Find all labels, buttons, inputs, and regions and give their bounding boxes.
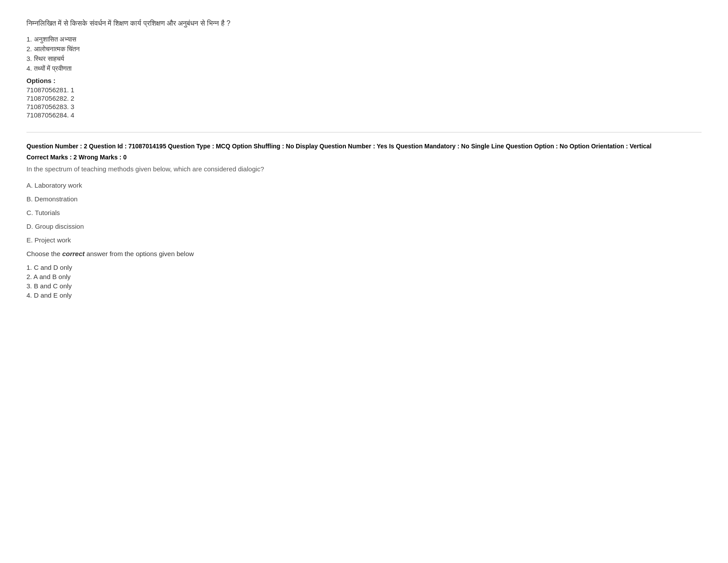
q2-choices: A. Laboratory work B. Demonstration C. T… [26, 181, 702, 244]
q2-choose-prefix: Choose the [26, 250, 62, 257]
question-1-text: निम्नलिखित में से किसके संवर्धन में शिक्… [26, 18, 702, 29]
q2-choice-d-label: D. [26, 223, 35, 230]
q2-choose-text: Choose the correct answer from the optio… [26, 250, 702, 257]
q2-choice-b-text: Demonstration [34, 195, 78, 203]
q2-ans-3: 3. B and C only [26, 282, 702, 290]
q2-choice-a: A. Laboratory work [26, 181, 702, 189]
q2-choice-e-label: E. [26, 236, 34, 244]
q2-ans-1: 1. C and D only [26, 264, 702, 271]
question-2-text: In the spectrum of teaching methods give… [26, 165, 702, 173]
q1-opt-1: 71087056281. 1 [26, 86, 702, 94]
q1-opt-2: 71087056282. 2 [26, 94, 702, 102]
section-divider [26, 132, 702, 132]
question-2-meta: Question Number : 2 Question Id : 710870… [26, 141, 702, 151]
q2-ans-4: 4. D and E only [26, 291, 702, 299]
q2-answer-options: 1. C and D only 2. A and B only 3. B and… [26, 264, 702, 299]
q2-choice-b-label: B. [26, 195, 34, 203]
question-1-block: निम्नलिखित में से किसके संवर्धन में शिक्… [26, 18, 702, 119]
q2-choice-c-label: C. [26, 209, 35, 216]
question-1-items: 1. अनुशासित अभ्यास 2. आलोचनात्मक चिंतन 3… [26, 35, 702, 72]
q1-options-label: Options : [26, 77, 702, 84]
q1-option-codes: 71087056281. 1 71087056282. 2 7108705628… [26, 86, 702, 119]
q2-choice-c-text: Tutorials [35, 209, 60, 216]
q1-item-2: 2. आलोचनात्मक चिंतन [26, 45, 702, 53]
q1-opt-4: 71087056284. 4 [26, 111, 702, 119]
q2-choice-e-text: Project work [34, 236, 71, 244]
q2-choose-suffix: answer from the options given below [85, 250, 194, 257]
q1-item-1: 1. अनुशासित अभ्यास [26, 35, 702, 43]
q2-choice-b: B. Demonstration [26, 195, 702, 203]
q2-choose-bold: correct [62, 250, 85, 257]
q2-choice-a-text: Laboratory work [34, 181, 82, 189]
q2-choice-e: E. Project work [26, 236, 702, 244]
q1-opt-3: 71087056283. 3 [26, 103, 702, 110]
question-2-marks: Correct Marks : 2 Wrong Marks : 0 [26, 154, 702, 161]
q1-item-4: 4. तथ्यों में प्रवीणता [26, 64, 702, 72]
q2-ans-2: 2. A and B only [26, 273, 702, 280]
q2-choice-a-label: A. [26, 181, 34, 189]
question-2-block: Question Number : 2 Question Id : 710870… [26, 141, 702, 299]
q2-choice-d-text: Group discission [35, 223, 84, 230]
q1-item-3: 3. स्थिर साहचर्य [26, 55, 702, 63]
q2-choice-c: C. Tutorials [26, 209, 702, 216]
q2-choice-d: D. Group discission [26, 223, 702, 230]
